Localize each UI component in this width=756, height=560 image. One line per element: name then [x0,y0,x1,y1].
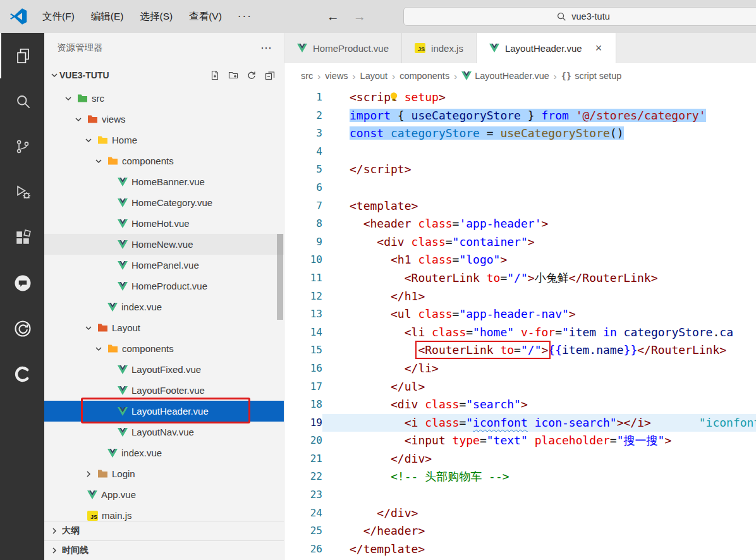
menu-item-1[interactable]: 编辑(E) [83,6,132,27]
lightbulb-icon[interactable] [388,91,399,105]
explorer-icon[interactable] [0,33,44,78]
close-icon[interactable]: × [594,42,604,55]
extensions-icon[interactable] [0,215,44,260]
code-line: <ul class="app-header-nav"> [322,305,756,324]
tree-item-layoutheader-vue[interactable]: LayoutHeader.vue [44,401,284,422]
code-line: <!-- 头部购物车 --> [322,468,756,486]
tree-item-label: HomeProduct.vue [131,281,207,291]
tree-item-login[interactable]: Login [44,463,284,484]
breadcrumb-item-script-setup[interactable]: {}script setup [561,71,621,81]
new-folder-icon[interactable] [228,70,238,80]
tree-item-layout[interactable]: Layout [44,317,284,338]
breadcrumb-separator: › [454,71,457,82]
tree-item-label: index.vue [121,301,162,312]
line-number: 16 [284,360,322,378]
tree-item-views[interactable]: views [44,109,284,130]
line-number: 4 [284,143,322,161]
tree-item-homebanner-vue[interactable]: HomeBanner.vue [44,171,284,192]
line-number: 25 [284,522,322,540]
line-number: 17 [284,378,322,396]
chat-icon[interactable] [0,260,44,306]
tree-item-label: HomeNew.vue [131,239,193,250]
tree-item-layoutnav-vue[interactable]: LayoutNav.vue [44,422,284,442]
source-control-icon[interactable] [0,124,44,169]
forward-arrow-icon[interactable]: → [353,0,366,33]
code-line: <script setup> [322,88,756,107]
breadcrumb-label: views [325,71,348,81]
tree-item-components[interactable]: components [44,150,284,171]
tree-item-index-vue[interactable]: index.vue [44,296,284,317]
line-number: 18 [284,396,322,414]
line-number: 3 [284,125,322,143]
sidebar-scrollbar[interactable] [277,234,283,320]
refresh-circle-icon[interactable] [0,306,44,351]
sidebar-section-0[interactable]: 大纲 [44,521,284,540]
tree-item-src[interactable]: src [44,88,284,109]
tree-item-home[interactable]: Home [44,130,284,150]
vue-file-icon [118,428,128,437]
tree-item-homeproduct-vue[interactable]: HomeProduct.vue [44,276,284,296]
breadcrumb-item-layoutheader-vue[interactable]: LayoutHeader.vue [461,71,549,81]
collapse-all-icon[interactable] [265,70,275,80]
run-debug-icon[interactable] [0,169,44,215]
breadcrumb-item-layout[interactable]: Layout [360,71,388,81]
menu-bar: 文件(F)编辑(E)选择(S)查看(V) [34,6,230,27]
refresh-icon[interactable] [247,70,257,80]
tree-item-layoutfixed-vue[interactable]: LayoutFixed.vue [44,359,284,380]
breadcrumb-separator: › [353,71,356,82]
chevron-right-icon [49,545,59,556]
c-ring-icon[interactable] [0,351,44,397]
breadcrumb-item-components[interactable]: components [399,71,449,81]
code-area[interactable]: <script setup>import { useCategoryStore … [322,88,756,560]
line-number: 19 [284,414,322,432]
tree-item-homecategory-vue[interactable]: HomeCategory.vue [44,192,284,213]
tab-index-js[interactable]: JSindex.js [402,33,477,63]
vue-file-icon [118,282,128,291]
menu-item-2[interactable]: 选择(S) [131,6,181,27]
tree-item-label: HomeHot.vue [131,218,190,229]
search-value: vue3-tutu [571,11,609,21]
menu-item-0[interactable]: 文件(F) [34,6,83,27]
code-line: <i class="iconfont icon-search"></i> "ic… [322,414,756,432]
menu-more-button[interactable]: ··· [230,10,260,23]
section-label: 时间线 [62,545,88,556]
tree-item-homenew-vue[interactable]: HomeNew.vue [44,234,284,255]
folder-icon [77,94,88,103]
tree-item-main-js[interactable]: JSmain.js [44,505,284,521]
breadcrumb-separator: › [317,71,320,82]
tree-item-index-vue[interactable]: index.vue [44,442,284,463]
search-sidebar-icon[interactable] [0,78,44,124]
back-arrow-icon[interactable]: ← [327,0,339,33]
tree-item-label: LayoutFooter.vue [131,385,205,396]
code-line: <RouterLink to="/">小兔鲜</RouterLink> [322,269,756,288]
vue-file-icon [297,44,307,52]
breadcrumb-item-views[interactable]: views [325,71,348,81]
vue-file-icon [118,178,128,186]
editor[interactable]: 1234567891011121314151617181920212223242… [284,88,756,560]
tree-item-label: components [122,343,174,354]
command-center-search[interactable]: vue3-tutu [403,7,756,26]
breadcrumb-item-src[interactable]: src [301,71,313,81]
sidebar-section-1[interactable]: 时间线 [44,540,284,560]
tab-layoutheader-vue[interactable]: LayoutHeader.vue× [477,33,616,63]
code-line: <h1 class="logo"> [322,251,756,269]
explorer-more-button[interactable]: ⋯ [260,41,272,55]
menu-item-3[interactable]: 查看(V) [181,6,230,27]
tab-homeproduct-vue[interactable]: HomeProduct.vue [284,33,402,63]
tree-item-label: HomeCategory.vue [131,197,212,208]
line-number: 12 [284,288,322,306]
tree-item-app-vue[interactable]: App.vue [44,484,284,505]
project-header[interactable]: VUE3-TUTU [44,63,284,88]
vue-file-icon [118,407,128,416]
tree-item-homehot-vue[interactable]: HomeHot.vue [44,213,284,234]
tree-item-layoutfooter-vue[interactable]: LayoutFooter.vue [44,380,284,401]
code-line: </ul> [322,378,756,396]
new-file-icon[interactable] [210,70,220,80]
chevron-right-icon [49,526,59,536]
chevron-down-icon [83,135,94,145]
tree-item-label: Layout [112,322,140,333]
line-number: 24 [284,504,322,523]
tree-item-homepanel-vue[interactable]: HomePanel.vue [44,255,284,276]
tree-item-components[interactable]: components [44,338,284,359]
code-line: </script> [322,161,756,179]
